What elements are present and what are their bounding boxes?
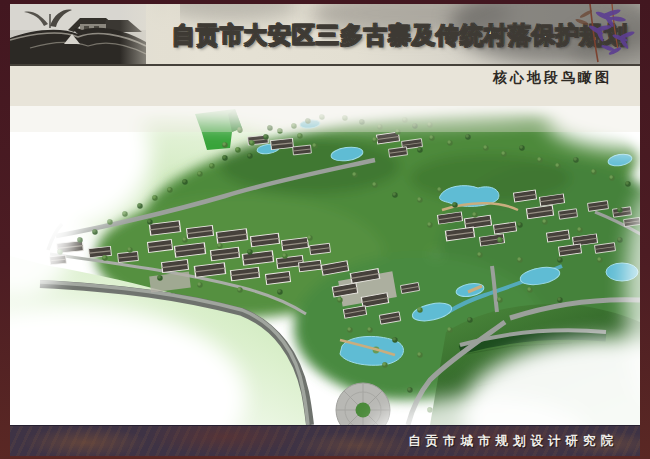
institute-name: 自贡市城市规划设计研究院 [408, 426, 618, 456]
aerial-rendering [10, 106, 640, 425]
drawing-title: 核心地段鸟瞰图 [493, 69, 612, 87]
subtitle-strip: 核心地段鸟瞰图 [10, 66, 640, 106]
header-banner: 自贡市大安区三多古寨及传统村落保护规划 [10, 4, 640, 66]
bamboo-icon [560, 4, 638, 64]
presentation-board: 自贡市大安区三多古寨及传统村落保护规划 [0, 0, 650, 459]
footer-bar: 自贡市城市规划设计研究院 [10, 425, 640, 456]
